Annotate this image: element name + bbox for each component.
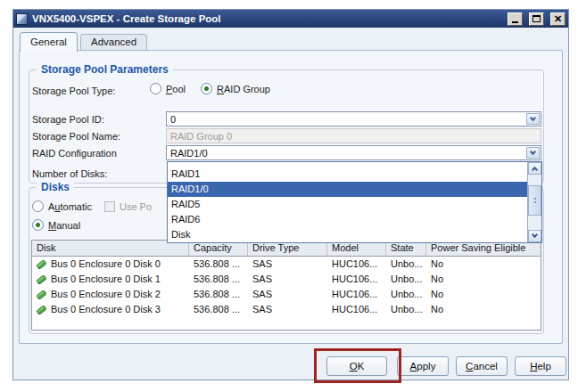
scrollbar-thumb[interactable] [528, 185, 541, 216]
storage-pool-type-label: Storage Pool Type: [32, 86, 115, 96]
scroll-up-button[interactable] [528, 162, 541, 175]
maximize-icon [533, 15, 541, 22]
close-icon: ✕ [554, 14, 562, 23]
raid-configuration-value: RAID1/0 [170, 148, 208, 159]
storage-pool-name-label: Storage Pool Name: [32, 131, 120, 142]
storage-pool-id-label: Storage Pool ID: [32, 114, 104, 125]
chevron-down-icon [530, 148, 536, 154]
disks-legend: Disks [37, 181, 74, 193]
dropdown-item[interactable]: Disk [168, 227, 527, 242]
number-of-disks-label: Number of Disks: [32, 168, 107, 179]
disk-icon [36, 305, 46, 315]
automatic-radio[interactable] [32, 200, 44, 212]
automatic-option-row: Automatic Use Po [32, 200, 152, 212]
storage-pool-name-field: RAID Group 0 [166, 128, 541, 143]
tab-general[interactable]: General [20, 32, 78, 52]
manual-radio[interactable] [32, 219, 44, 231]
table-row[interactable]: Bus 0 Enclosure 0 Disk 1 536.808 ... SAS… [32, 272, 541, 287]
raid-configuration-dropdown-button[interactable] [526, 147, 540, 159]
raid-configuration-combobox[interactable]: RAID1/0 [166, 145, 541, 160]
use-power-saving-checkbox [104, 201, 115, 212]
create-storage-pool-dialog: VNX5400-VSPEX - Create Storage Pool ✕ Ge… [12, 9, 569, 380]
help-button[interactable]: Help [515, 356, 566, 376]
window-icon [16, 13, 28, 25]
disks-table: Disk Capacity Drive Type Model State Pow… [31, 240, 541, 331]
minimize-button[interactable] [508, 12, 523, 26]
close-button[interactable]: ✕ [550, 12, 566, 26]
storage-pool-type-options: Pool RAID Group [150, 83, 270, 94]
dropdown-item-partial[interactable]: RAID0 [168, 162, 527, 167]
raid-configuration-dropdown-list: RAID0 RAID1 RAID1/0 RAID5 RAID6 Disk [167, 161, 542, 243]
chevron-down-icon [532, 232, 538, 238]
chevron-down-icon [530, 114, 536, 120]
dropdown-item[interactable]: RAID5 [168, 197, 527, 212]
table-row[interactable]: Bus 0 Enclosure 0 Disk 3 536.808 ... SAS… [32, 302, 541, 317]
window-title: VNX5400-VSPEX - Create Storage Pool [32, 13, 501, 24]
titlebar[interactable]: VNX5400-VSPEX - Create Storage Pool ✕ [13, 10, 568, 28]
disk-icon [36, 274, 46, 285]
dropdown-item[interactable]: RAID1 [168, 167, 527, 182]
dropdown-scrollbar[interactable] [527, 162, 541, 242]
table-row[interactable]: Bus 0 Enclosure 0 Disk 0 536.808 ... SAS… [32, 257, 541, 272]
storage-pool-name-value: RAID Group 0 [170, 131, 232, 142]
manual-option-row: Manual [32, 219, 80, 231]
raid-group-radio-label[interactable]: RAID Group [217, 84, 270, 94]
automatic-radio-label[interactable]: Automatic [48, 201, 92, 212]
dropdown-item-selected[interactable]: RAID1/0 [168, 182, 527, 197]
raid-configuration-label: RAID Configuration [32, 148, 117, 159]
dropdown-item[interactable]: RAID6 [168, 212, 527, 227]
cancel-button[interactable]: Cancel [456, 356, 508, 376]
tab-advanced[interactable]: Advanced [80, 34, 147, 51]
storage-pool-parameters-legend: Storage Pool Parameters [37, 63, 173, 76]
table-row[interactable]: Bus 0 Enclosure 0 Disk 2 536.808 ... SAS… [32, 287, 541, 302]
apply-button[interactable]: Apply [397, 356, 449, 376]
pool-radio[interactable] [150, 83, 161, 94]
storage-pool-id-dropdown-button[interactable] [526, 113, 540, 125]
disk-icon [36, 290, 46, 300]
use-power-saving-checkbox-label: Use Po [120, 201, 152, 212]
disk-icon [36, 259, 46, 270]
chevron-up-icon [532, 166, 538, 172]
maximize-button[interactable] [529, 12, 544, 26]
storage-pool-id-combobox[interactable]: 0 [166, 111, 541, 127]
dropdown-items: RAID0 RAID1 RAID1/0 RAID5 RAID6 Disk [168, 162, 527, 242]
pool-radio-label[interactable]: Pool [166, 84, 186, 94]
ok-highlight-annotation [314, 348, 401, 383]
storage-pool-id-value: 0 [170, 114, 176, 125]
column-header-disk[interactable]: Disk [32, 241, 189, 256]
raid-group-radio[interactable] [201, 83, 212, 94]
manual-radio-label[interactable]: Manual [48, 220, 80, 231]
minimize-icon [512, 21, 518, 23]
scroll-down-button[interactable] [528, 230, 541, 242]
